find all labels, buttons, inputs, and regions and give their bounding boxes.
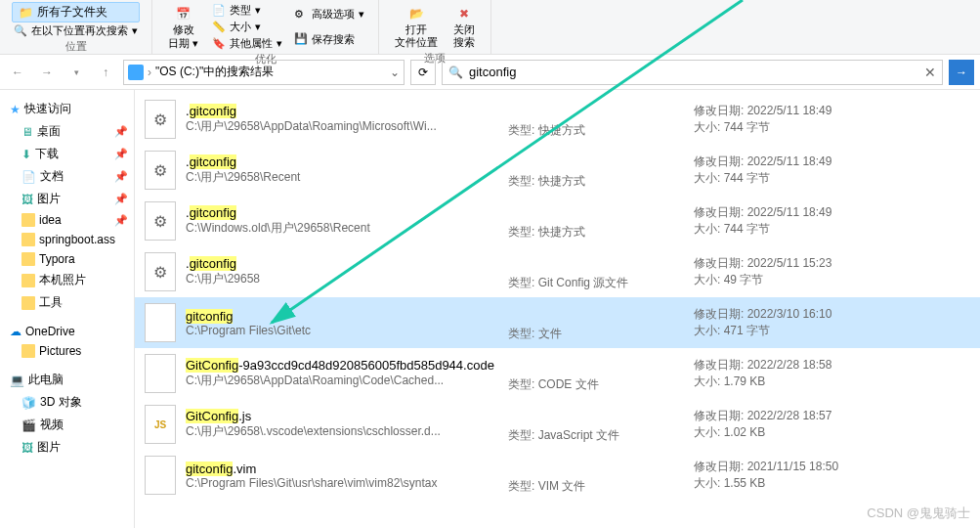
result-type: 类型: CODE 文件: [508, 354, 684, 393]
result-row[interactable]: .gitconfigC:\用户\29658\Recent类型: 快捷方式修改日期…: [135, 145, 980, 196]
nav-this-pc[interactable]: 💻此电脑: [0, 369, 134, 391]
result-meta: 修改日期: 2022/5/11 18:49大小: 744 字节: [694, 201, 970, 241]
folder-icon: [21, 274, 35, 287]
calendar-icon: 📅: [174, 4, 193, 23]
file-icon: [145, 303, 176, 342]
download-icon: ⬇: [21, 148, 31, 161]
size-button[interactable]: 📏大小 ▾: [210, 19, 284, 35]
nav-quick-access[interactable]: ★快速访问: [0, 98, 134, 120]
nav-pictures2[interactable]: Pictures: [0, 341, 134, 361]
clear-search-button[interactable]: ✕: [924, 65, 936, 80]
folder-icon: [21, 296, 35, 310]
nav-springboot[interactable]: springboot.ass: [0, 230, 134, 249]
result-meta: 修改日期: 2022/2/28 18:57大小: 1.02 KB: [694, 405, 970, 444]
advanced-button[interactable]: ⚙高级选项 ▾: [292, 6, 366, 22]
result-type: 类型: 快捷方式: [508, 151, 684, 190]
save-search-button[interactable]: 💾保存搜索: [292, 31, 366, 48]
file-name: GitConfig-9a93ccd9cd48d920856005fbd585d9…: [186, 358, 498, 373]
result-meta: 修改日期: 2022/5/11 18:49大小: 744 字节: [694, 100, 970, 139]
nav-pictures[interactable]: 🖼图片📌: [0, 188, 134, 210]
nav-downloads[interactable]: ⬇下载📌: [0, 143, 134, 165]
file-icon: [145, 354, 176, 393]
file-date: 修改日期: 2022/5/11 18:49: [694, 103, 970, 119]
modify-date-button[interactable]: 📅 修改日期 ▾: [160, 2, 206, 52]
up-button[interactable]: ↑: [94, 61, 117, 84]
nav-local-photos[interactable]: 本机照片: [0, 269, 134, 291]
file-name: gitconfig: [186, 309, 498, 324]
file-size: 大小: 49 字节: [694, 272, 970, 288]
nav-3d-objects[interactable]: 🧊3D 对象: [0, 391, 134, 414]
result-main: gitconfigC:\Program Files\Git\etc: [186, 303, 498, 342]
refresh-button[interactable]: ⟳: [410, 60, 436, 85]
result-row[interactable]: gitconfig.vimC:\Program Files\Git\usr\sh…: [135, 450, 980, 501]
file-path: C:\用户\29658\AppData\Roaming\Code\Cached.…: [186, 373, 498, 389]
result-main: GitConfig-9a93ccd9cd48d920856005fbd585d9…: [186, 354, 498, 393]
file-date: 修改日期: 2022/2/28 18:57: [694, 408, 970, 424]
file-date: 修改日期: 2021/11/15 18:50: [694, 459, 970, 475]
chevron-down-icon[interactable]: ⌄: [390, 66, 400, 79]
open-location-button[interactable]: 📂 打开文件位置: [387, 2, 446, 51]
search-input[interactable]: [469, 65, 918, 79]
search-again-button[interactable]: 🔍 在以下位置再次搜索 ▾: [12, 22, 140, 39]
file-icon: [145, 456, 176, 495]
all-subfolders-label: 所有子文件夹: [37, 4, 107, 21]
back-button[interactable]: ←: [6, 61, 29, 84]
search-box[interactable]: 🔍 ✕: [442, 60, 943, 85]
result-row[interactable]: gitconfigC:\Program Files\Git\etc类型: 文件修…: [135, 297, 980, 348]
history-dropdown[interactable]: ▾: [64, 61, 88, 84]
ribbon-group-options: 📂 打开文件位置 ✖ 关闭搜索 选项: [379, 0, 491, 54]
search-submit-button[interactable]: →: [949, 60, 974, 85]
result-row[interactable]: .gitconfigC:\用户\29658\AppData\Roaming\Mi…: [135, 94, 980, 145]
result-meta: 修改日期: 2021/11/15 18:50大小: 1.55 KB: [694, 456, 970, 495]
document-icon: 📄: [21, 170, 36, 184]
result-type: 类型: JavaScript 文件: [508, 405, 684, 444]
result-row[interactable]: .gitconfigC:\Windows.old\用户\29658\Recent…: [135, 196, 980, 246]
nav-typora[interactable]: Typora: [0, 249, 134, 269]
result-row[interactable]: GitConfig.jsC:\用户\29658\.vscode\extensio…: [135, 399, 980, 450]
file-name: .gitconfig: [186, 104, 498, 118]
result-meta: 修改日期: 2022/5/11 15:23大小: 49 字节: [694, 252, 970, 291]
file-path: C:\用户\29658\AppData\Roaming\Microsoft\Wi…: [186, 118, 498, 135]
open-location-icon: 📂: [406, 4, 426, 23]
result-type: 类型: VIM 文件: [508, 456, 684, 495]
result-type: 类型: Git Config 源文件: [508, 252, 684, 291]
file-path: C:\Program Files\Git\etc: [186, 324, 498, 337]
folder-icon: [21, 233, 35, 246]
size-icon: 📏: [212, 21, 226, 34]
nav-pictures3[interactable]: 🖼图片: [0, 436, 134, 459]
pin-icon: 📌: [114, 193, 128, 205]
nav-onedrive[interactable]: ☁OneDrive: [0, 322, 134, 341]
result-main: .gitconfigC:\用户\29658: [186, 252, 498, 291]
result-meta: 修改日期: 2022/2/28 18:58大小: 1.79 KB: [694, 354, 970, 393]
result-row[interactable]: .gitconfigC:\用户\29658类型: Git Config 源文件修…: [135, 246, 980, 297]
file-size: 大小: 471 字节: [694, 323, 970, 339]
picture-icon: 🖼: [21, 193, 33, 206]
props-icon: 🔖: [212, 37, 226, 51]
forward-button[interactable]: →: [35, 61, 59, 84]
file-icon: [145, 252, 176, 291]
breadcrumb[interactable]: › "OS (C:)"中的搜索结果 ⌄: [123, 60, 405, 85]
star-icon: ★: [10, 103, 21, 116]
other-props-button[interactable]: 🔖其他属性 ▾: [210, 35, 284, 52]
type-button[interactable]: 📄类型 ▾: [210, 2, 284, 19]
nav-video[interactable]: 🎬视频: [0, 414, 134, 436]
result-row[interactable]: GitConfig-9a93ccd9cd48d920856005fbd585d9…: [135, 348, 980, 399]
advanced-icon: ⚙: [294, 8, 308, 22]
save-icon: 💾: [294, 32, 308, 46]
close-search-button[interactable]: ✖ 关闭搜索: [446, 2, 483, 51]
search-icon: 🔍: [448, 66, 463, 79]
nav-desktop[interactable]: 🖥桌面📌: [0, 120, 134, 143]
video-icon: 🎬: [21, 418, 36, 432]
result-meta: 修改日期: 2022/5/11 18:49大小: 744 字节: [694, 151, 970, 190]
file-path: C:\Program Files\Git\usr\share\vim\vim82…: [186, 476, 498, 490]
nav-idea[interactable]: idea📌: [0, 210, 134, 230]
pin-icon: 📌: [114, 125, 128, 138]
address-bar: ← → ▾ ↑ › "OS (C:)"中的搜索结果 ⌄ ⟳ 🔍 ✕ →: [0, 55, 980, 90]
search-icon: 🔍: [14, 24, 27, 37]
file-icon: [145, 201, 176, 241]
file-date: 修改日期: 2022/5/11 15:23: [694, 255, 970, 272]
nav-tools[interactable]: 工具: [0, 291, 134, 314]
all-subfolders-button[interactable]: 📁 所有子文件夹: [12, 2, 140, 22]
file-size: 大小: 1.79 KB: [694, 374, 970, 390]
nav-documents[interactable]: 📄文档📌: [0, 165, 134, 188]
